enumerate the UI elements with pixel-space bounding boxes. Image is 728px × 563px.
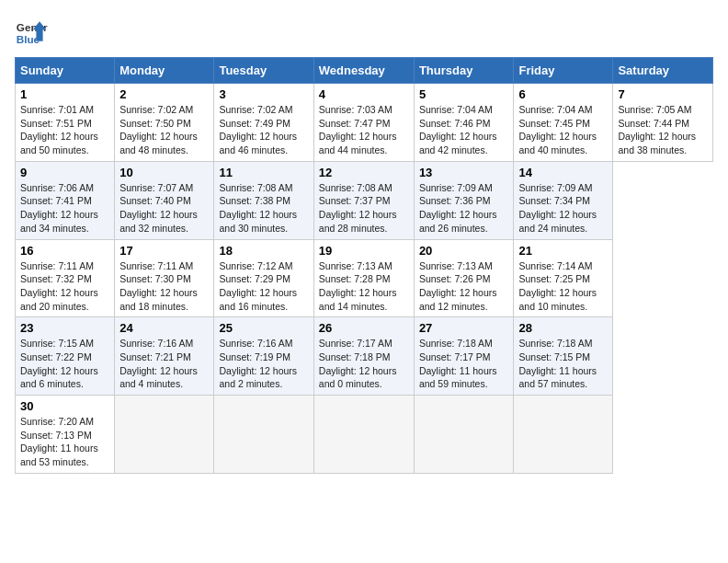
- calendar-cell: 20Sunrise: 7:13 AMSunset: 7:26 PMDayligh…: [414, 239, 514, 317]
- day-info: Sunrise: 7:09 AMSunset: 7:34 PMDaylight:…: [518, 181, 608, 236]
- calendar-cell: 6Sunrise: 7:04 AMSunset: 7:45 PMDaylight…: [514, 84, 613, 162]
- day-number: 27: [419, 321, 509, 335]
- day-info: Sunrise: 7:15 AMSunset: 7:22 PMDaylight:…: [20, 337, 109, 391]
- day-number: 24: [119, 321, 209, 335]
- day-number: 18: [219, 244, 308, 258]
- day-info: Sunrise: 7:02 AMSunset: 7:50 PMDaylight:…: [119, 103, 209, 157]
- day-info: Sunrise: 7:16 AMSunset: 7:19 PMDaylight:…: [219, 337, 308, 391]
- day-info: Sunrise: 7:11 AMSunset: 7:32 PMDaylight:…: [20, 259, 109, 314]
- day-info: Sunrise: 7:08 AMSunset: 7:37 PMDaylight:…: [319, 181, 409, 236]
- calendar-header: SundayMondayTuesdayWednesdayThursdayFrid…: [16, 58, 713, 84]
- calendar-week: 30Sunrise: 7:20 AMSunset: 7:13 PMDayligh…: [16, 396, 713, 474]
- weekday-header: Saturday: [613, 58, 713, 84]
- calendar-cell: 2Sunrise: 7:02 AMSunset: 7:50 PMDaylight…: [115, 84, 214, 162]
- day-info: Sunrise: 7:05 AMSunset: 7:44 PMDaylight:…: [618, 103, 708, 157]
- calendar-cell: [214, 396, 313, 474]
- day-number: 21: [518, 244, 608, 258]
- day-number: 30: [20, 399, 109, 413]
- day-number: 5: [419, 87, 509, 101]
- calendar-cell: 25Sunrise: 7:16 AMSunset: 7:19 PMDayligh…: [214, 317, 313, 396]
- day-info: Sunrise: 7:04 AMSunset: 7:46 PMDaylight:…: [419, 103, 509, 157]
- weekday-header: Monday: [115, 58, 214, 84]
- day-info: Sunrise: 7:13 AMSunset: 7:26 PMDaylight:…: [419, 259, 509, 314]
- calendar-cell: 24Sunrise: 7:16 AMSunset: 7:21 PMDayligh…: [115, 317, 214, 396]
- day-number: 19: [319, 244, 409, 258]
- day-number: 11: [219, 166, 308, 179]
- day-info: Sunrise: 7:20 AMSunset: 7:13 PMDaylight:…: [20, 415, 109, 469]
- day-info: Sunrise: 7:16 AMSunset: 7:21 PMDaylight:…: [119, 337, 209, 391]
- day-info: Sunrise: 7:12 AMSunset: 7:29 PMDaylight:…: [219, 259, 308, 314]
- day-number: 16: [20, 244, 109, 258]
- calendar-cell: [313, 396, 414, 474]
- day-number: 12: [319, 166, 409, 179]
- page-header: General Blue: [15, 15, 713, 48]
- calendar-cell: 19Sunrise: 7:13 AMSunset: 7:28 PMDayligh…: [313, 239, 414, 317]
- calendar-cell: [115, 396, 214, 474]
- day-number: 9: [20, 166, 109, 179]
- calendar-week: 23Sunrise: 7:15 AMSunset: 7:22 PMDayligh…: [16, 317, 713, 396]
- calendar-cell: 21Sunrise: 7:14 AMSunset: 7:25 PMDayligh…: [514, 239, 613, 317]
- logo: General Blue: [15, 15, 48, 48]
- day-number: 6: [518, 87, 608, 101]
- day-info: Sunrise: 7:07 AMSunset: 7:40 PMDaylight:…: [119, 181, 209, 236]
- calendar-cell: 12Sunrise: 7:08 AMSunset: 7:37 PMDayligh…: [313, 161, 414, 239]
- logo-icon: General Blue: [15, 15, 48, 48]
- day-number: 13: [419, 166, 509, 179]
- day-info: Sunrise: 7:01 AMSunset: 7:51 PMDaylight:…: [20, 103, 109, 157]
- calendar-cell: 28Sunrise: 7:18 AMSunset: 7:15 PMDayligh…: [514, 317, 613, 396]
- calendar-cell: 17Sunrise: 7:11 AMSunset: 7:30 PMDayligh…: [115, 239, 214, 317]
- day-number: 14: [518, 166, 608, 179]
- calendar-cell: [414, 396, 514, 474]
- calendar-week: 1Sunrise: 7:01 AMSunset: 7:51 PMDaylight…: [16, 84, 713, 162]
- calendar-week: 16Sunrise: 7:11 AMSunset: 7:32 PMDayligh…: [16, 239, 713, 317]
- day-info: Sunrise: 7:14 AMSunset: 7:25 PMDaylight:…: [518, 259, 608, 314]
- day-info: Sunrise: 7:04 AMSunset: 7:45 PMDaylight:…: [518, 103, 608, 157]
- calendar-cell: 27Sunrise: 7:18 AMSunset: 7:17 PMDayligh…: [414, 317, 514, 396]
- day-number: 20: [419, 244, 509, 258]
- day-info: Sunrise: 7:17 AMSunset: 7:18 PMDaylight:…: [319, 337, 409, 391]
- calendar-table: SundayMondayTuesdayWednesdayThursdayFrid…: [15, 57, 713, 474]
- day-info: Sunrise: 7:09 AMSunset: 7:36 PMDaylight:…: [419, 181, 509, 236]
- calendar-cell: 14Sunrise: 7:09 AMSunset: 7:34 PMDayligh…: [514, 161, 613, 239]
- day-number: 17: [119, 244, 209, 258]
- calendar-cell: 30Sunrise: 7:20 AMSunset: 7:13 PMDayligh…: [16, 396, 115, 474]
- calendar-cell: 1Sunrise: 7:01 AMSunset: 7:51 PMDaylight…: [16, 84, 115, 162]
- day-number: 28: [518, 321, 608, 335]
- day-number: 4: [319, 87, 409, 101]
- calendar-cell: 5Sunrise: 7:04 AMSunset: 7:46 PMDaylight…: [414, 84, 514, 162]
- day-number: 7: [618, 87, 708, 101]
- weekday-header: Thursday: [414, 58, 514, 84]
- day-info: Sunrise: 7:02 AMSunset: 7:49 PMDaylight:…: [219, 103, 308, 157]
- weekday-header: Friday: [514, 58, 613, 84]
- day-number: 2: [119, 87, 209, 101]
- day-info: Sunrise: 7:13 AMSunset: 7:28 PMDaylight:…: [319, 259, 409, 314]
- calendar-cell: 9Sunrise: 7:06 AMSunset: 7:41 PMDaylight…: [16, 161, 115, 239]
- calendar-cell: 23Sunrise: 7:15 AMSunset: 7:22 PMDayligh…: [16, 317, 115, 396]
- weekday-header: Sunday: [16, 58, 115, 84]
- day-info: Sunrise: 7:03 AMSunset: 7:47 PMDaylight:…: [319, 103, 409, 157]
- calendar-cell: 7Sunrise: 7:05 AMSunset: 7:44 PMDaylight…: [613, 84, 713, 162]
- weekday-header: Wednesday: [313, 58, 414, 84]
- calendar-cell: 13Sunrise: 7:09 AMSunset: 7:36 PMDayligh…: [414, 161, 514, 239]
- calendar-cell: 4Sunrise: 7:03 AMSunset: 7:47 PMDaylight…: [313, 84, 414, 162]
- calendar-week: 9Sunrise: 7:06 AMSunset: 7:41 PMDaylight…: [16, 161, 713, 239]
- day-number: 10: [119, 166, 209, 179]
- day-info: Sunrise: 7:11 AMSunset: 7:30 PMDaylight:…: [119, 259, 209, 314]
- day-number: 25: [219, 321, 308, 335]
- day-number: 26: [319, 321, 409, 335]
- calendar-cell: 11Sunrise: 7:08 AMSunset: 7:38 PMDayligh…: [214, 161, 313, 239]
- day-info: Sunrise: 7:18 AMSunset: 7:17 PMDaylight:…: [419, 337, 509, 391]
- day-info: Sunrise: 7:06 AMSunset: 7:41 PMDaylight:…: [20, 181, 109, 236]
- day-number: 3: [219, 87, 308, 101]
- day-number: 23: [20, 321, 109, 335]
- calendar-cell: 3Sunrise: 7:02 AMSunset: 7:49 PMDaylight…: [214, 84, 313, 162]
- calendar-cell: 10Sunrise: 7:07 AMSunset: 7:40 PMDayligh…: [115, 161, 214, 239]
- day-info: Sunrise: 7:18 AMSunset: 7:15 PMDaylight:…: [518, 337, 608, 391]
- calendar-cell: [514, 396, 613, 474]
- calendar-cell: 18Sunrise: 7:12 AMSunset: 7:29 PMDayligh…: [214, 239, 313, 317]
- calendar-cell: 26Sunrise: 7:17 AMSunset: 7:18 PMDayligh…: [313, 317, 414, 396]
- day-number: 1: [20, 87, 109, 101]
- day-info: Sunrise: 7:08 AMSunset: 7:38 PMDaylight:…: [219, 181, 308, 236]
- calendar-cell: 16Sunrise: 7:11 AMSunset: 7:32 PMDayligh…: [16, 239, 115, 317]
- weekday-header: Tuesday: [214, 58, 313, 84]
